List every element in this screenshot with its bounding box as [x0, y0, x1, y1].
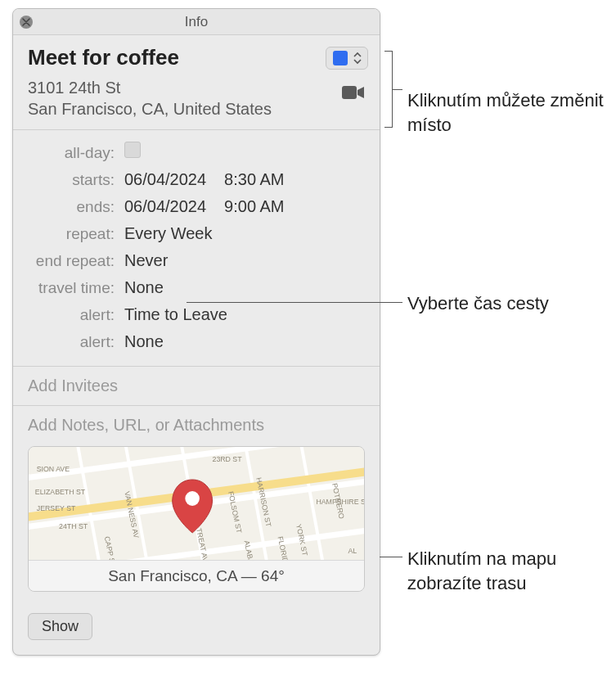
- callout-line-map: [380, 557, 402, 557]
- starts-row: starts: 06/04/2024 8:30 AM: [28, 170, 365, 189]
- svg-point-27: [185, 491, 200, 506]
- repeat-row: repeat: Every Week: [28, 224, 365, 243]
- map-image: 23RD ST 24TH ST SION AVE ELIZABETH ST JE…: [29, 447, 364, 561]
- traveltime-row: travel time: None: [28, 278, 365, 297]
- map-footer: San Francisco, CA — 64°: [29, 560, 364, 591]
- alert2-value[interactable]: None: [124, 332, 164, 351]
- starts-date[interactable]: 06/04/2024: [124, 170, 206, 189]
- map-preview[interactable]: 23RD ST 24TH ST SION AVE ELIZABETH ST JE…: [28, 446, 365, 592]
- event-fields: all-day: starts: 06/04/2024 8:30 AM ends…: [13, 130, 380, 367]
- titlebar: Info: [13, 9, 380, 35]
- callout-travel: Vyberte čas cesty: [407, 291, 549, 316]
- svg-text:SION AVE: SION AVE: [37, 465, 70, 473]
- callout-line-location: [393, 89, 402, 90]
- add-video-call-button[interactable]: [339, 82, 368, 103]
- svg-text:23RD ST: 23RD ST: [213, 455, 243, 463]
- traveltime-value[interactable]: None: [124, 278, 164, 297]
- ends-time[interactable]: 9:00 AM: [224, 197, 284, 216]
- svg-text:24TH ST: 24TH ST: [59, 522, 88, 530]
- show-button[interactable]: Show: [28, 613, 92, 640]
- svg-rect-0: [342, 86, 357, 99]
- location-line1: 3101 24th St: [28, 77, 272, 98]
- svg-text:AL: AL: [348, 547, 357, 555]
- notes-placeholder[interactable]: Add Notes, URL, or Attachments: [28, 416, 365, 435]
- endrepeat-row: end repeat: Never: [28, 251, 365, 270]
- ends-row: ends: 06/04/2024 9:00 AM: [28, 197, 365, 216]
- event-info-window: Info Meet for coffee 3101 24th St San Fr…: [12, 8, 380, 656]
- repeat-label: repeat:: [28, 225, 124, 243]
- callout-bracket-location: [384, 51, 393, 128]
- alert1-label: alert:: [28, 306, 124, 324]
- ends-date[interactable]: 06/04/2024: [124, 197, 206, 216]
- alert1-value[interactable]: Time to Leave: [124, 305, 227, 324]
- event-title[interactable]: Meet for coffee: [28, 45, 179, 70]
- notes-section: Add Notes, URL, or Attachments: [13, 406, 380, 603]
- ends-label: ends:: [28, 198, 124, 216]
- endrepeat-label: end repeat:: [28, 252, 124, 270]
- traveltime-label: travel time:: [28, 279, 124, 297]
- svg-text:ELIZABETH ST: ELIZABETH ST: [35, 488, 86, 496]
- close-button[interactable]: [20, 16, 33, 29]
- event-header: Meet for coffee 3101 24th St San Francis…: [13, 35, 380, 130]
- callout-location: Kliknutím můžete změnit místo: [407, 88, 616, 137]
- chevron-updown-icon: [353, 51, 362, 65]
- svg-text:JERSEY ST: JERSEY ST: [37, 504, 76, 512]
- starts-time[interactable]: 8:30 AM: [224, 170, 284, 189]
- allday-label: all-day:: [28, 144, 124, 162]
- allday-checkbox[interactable]: [124, 142, 141, 158]
- endrepeat-value[interactable]: Never: [124, 251, 168, 270]
- event-location[interactable]: 3101 24th St San Francisco, CA, United S…: [28, 77, 272, 120]
- allday-row: all-day:: [28, 142, 365, 162]
- invitees-placeholder: Add Invitees: [28, 377, 365, 395]
- alert2-row: alert: None: [28, 332, 365, 351]
- starts-label: starts:: [28, 171, 124, 189]
- alert2-label: alert:: [28, 333, 124, 351]
- alert1-row: alert: Time to Leave: [28, 305, 365, 324]
- calendar-color-picker[interactable]: [326, 47, 368, 70]
- invitees-section[interactable]: Add Invitees: [13, 367, 380, 406]
- repeat-value[interactable]: Every Week: [124, 224, 212, 243]
- callout-map: Kliknutím na mapu zobrazíte trasu: [407, 547, 616, 595]
- svg-text:HAMPSHIRE S: HAMPSHIRE S: [316, 498, 364, 506]
- window-footer: Show: [13, 603, 380, 655]
- calendar-swatch-icon: [333, 51, 348, 65]
- location-line2: San Francisco, CA, United States: [28, 98, 272, 120]
- window-title: Info: [185, 14, 208, 30]
- callout-line-travel: [187, 302, 402, 303]
- video-camera-icon: [341, 84, 366, 101]
